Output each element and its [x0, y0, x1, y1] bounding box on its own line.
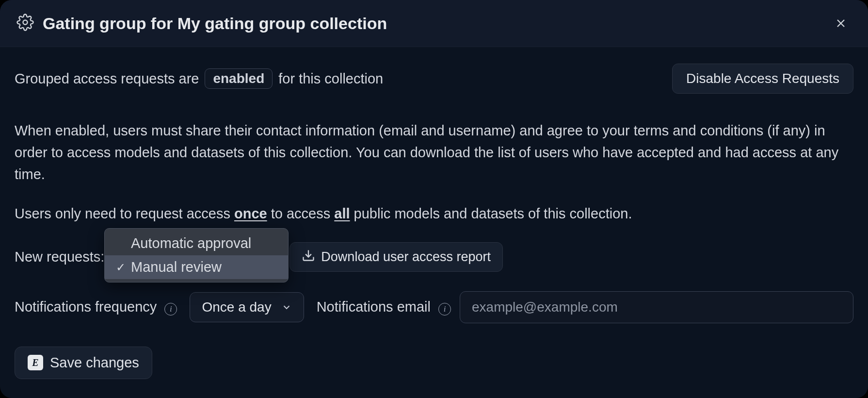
dropdown-option-automatic-approval[interactable]: ✓ Automatic approval: [105, 232, 288, 255]
download-report-label: Download user access report: [321, 249, 491, 265]
status-row: Grouped access requests are enabled for …: [15, 64, 853, 94]
modal-title-wrap: Gating group for My gating group collect…: [16, 14, 387, 33]
modal-header: Gating group for My gating group collect…: [0, 0, 868, 47]
new-requests-dropdown: ✓ Automatic approval ✓ Manual review: [104, 228, 289, 282]
desc2-part3: public models and datasets of this colle…: [350, 206, 632, 221]
dropdown-option-manual-review[interactable]: ✓ Manual review: [105, 255, 288, 279]
save-changes-label: Save changes: [50, 355, 139, 371]
save-icon: E: [28, 355, 43, 370]
download-icon: [302, 249, 315, 265]
description-paragraph-2: Users only need to request access once t…: [15, 203, 849, 225]
check-icon: ✓: [115, 261, 126, 274]
notif-email-text: Notifications email: [317, 299, 431, 315]
save-changes-button[interactable]: E Save changes: [15, 347, 152, 379]
modal-title: Gating group for My gating group collect…: [43, 14, 387, 33]
desc2-underline-once: once: [234, 206, 267, 221]
notifications-email-group: Notifications email i: [317, 291, 853, 323]
notif-freq-text: Notifications frequency: [15, 299, 157, 315]
option-manual-label: Manual review: [131, 259, 222, 275]
enabled-badge: enabled: [205, 68, 273, 89]
new-requests-label: New requests:: [15, 249, 104, 265]
notifications-frequency-select[interactable]: Once a day: [190, 292, 304, 322]
notifications-email-label: Notifications email i: [317, 299, 451, 315]
settings-gear-icon: [16, 14, 34, 33]
info-icon[interactable]: i: [164, 303, 177, 315]
disable-access-requests-button[interactable]: Disable Access Requests: [672, 64, 853, 94]
download-user-access-report-button[interactable]: Download user access report: [289, 242, 503, 272]
notifications-frequency-label: Notifications frequency i: [15, 299, 177, 315]
desc2-part2: to access: [267, 206, 335, 221]
desc2-part1: Users only need to request access: [15, 206, 234, 221]
close-button[interactable]: [830, 13, 852, 34]
status-text: Grouped access requests are enabled for …: [15, 68, 383, 89]
description-paragraph-1: When enabled, users must share their con…: [15, 120, 849, 185]
notifications-row: Notifications frequency i Once a day Not…: [15, 291, 853, 323]
status-prefix: Grouped access requests are: [15, 71, 199, 87]
gating-group-modal: Gating group for My gating group collect…: [0, 0, 868, 398]
notifications-email-input[interactable]: [460, 291, 853, 323]
disable-access-requests-label: Disable Access Requests: [686, 71, 839, 86]
modal-body: Grouped access requests are enabled for …: [0, 47, 868, 396]
svg-point-0: [23, 20, 28, 25]
desc2-underline-all: all: [334, 206, 350, 221]
option-automatic-label: Automatic approval: [131, 235, 251, 251]
chevron-down-icon: [281, 302, 292, 313]
notif-freq-value: Once a day: [202, 299, 271, 315]
status-suffix: for this collection: [278, 71, 383, 87]
info-icon[interactable]: i: [438, 303, 451, 315]
